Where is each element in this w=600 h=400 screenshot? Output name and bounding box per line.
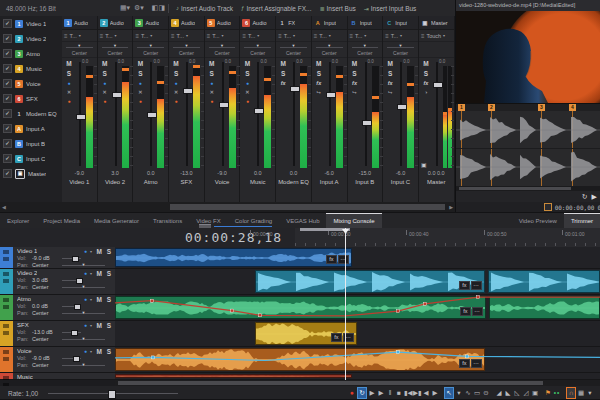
pan-thumb[interactable]: ▼ — [113, 43, 117, 48]
pan-thumb[interactable]: ▼ — [363, 43, 367, 48]
solo-button[interactable]: S — [281, 70, 285, 77]
fx-more-icon[interactable]: ⋯ — [338, 255, 350, 264]
transport-go-to-end-icon[interactable]: ▶▮ — [413, 388, 421, 398]
strip-pan[interactable]: ▼Center — [312, 42, 347, 58]
strip-pan[interactable]: ▼Center — [205, 42, 240, 58]
automation-dropdown-icon[interactable]: ▾ — [115, 33, 117, 38]
transport-lock-icon[interactable]: ▣ — [531, 388, 539, 398]
transport-tool-dropdown-icon[interactable]: ▾ — [455, 388, 463, 398]
playhead-cursor[interactable] — [345, 228, 346, 380]
automation-write-icon[interactable]: ● — [246, 80, 249, 86]
fader-thumb[interactable] — [433, 82, 443, 88]
automation-mode-value[interactable]: T... — [177, 33, 184, 39]
automation-mode-value[interactable]: T... — [70, 33, 77, 39]
track-pan-slider[interactable]: ▼ — [62, 339, 105, 340]
audio-event-clip[interactable]: fx⋯ — [255, 322, 357, 345]
automation-dropdown-icon[interactable]: ▾ — [79, 33, 81, 38]
channel-checkbox[interactable]: ✓ — [3, 139, 12, 148]
automation-dropdown-icon[interactable]: ▾ — [329, 33, 331, 38]
automation-write-icon[interactable]: ● — [175, 80, 178, 86]
record-arm-icon[interactable]: ● — [103, 98, 106, 104]
mute-button[interactable]: M — [387, 60, 392, 67]
dim-output-icon[interactable]: ◑ — [424, 89, 427, 95]
pan-thumb[interactable]: ▼ — [399, 43, 403, 48]
fx-label[interactable]: fx — [326, 255, 336, 264]
solo-button[interactable]: S — [174, 70, 178, 77]
pan-thumb[interactable]: ▼ — [149, 43, 153, 48]
transport-pause-icon[interactable]: ‖ — [386, 388, 394, 398]
track-lane[interactable]: fx⋯ — [115, 347, 600, 372]
fader-thumb[interactable] — [76, 114, 86, 120]
channel-checkbox[interactable]: ✓ — [3, 109, 12, 118]
mute-button[interactable]: M — [173, 60, 178, 67]
plugin-chain-icon[interactable]: ≡ — [135, 33, 139, 39]
scroll-right-icon[interactable]: ▶ — [449, 204, 453, 210]
channel-checkbox[interactable]: ✓ — [3, 34, 12, 43]
track-pan-value[interactable]: Center — [32, 310, 49, 316]
track-vol-slider[interactable] — [62, 306, 81, 307]
mute-button[interactable]: M — [423, 60, 428, 67]
input-monitor-icon[interactable]: ⮡ — [352, 89, 356, 96]
dock-tab-media-generator[interactable]: Media Generator — [87, 213, 146, 229]
channel-list-item-input-a[interactable]: ✓AInput A — [0, 121, 62, 136]
automation-mode-value[interactable]: T... — [319, 33, 326, 39]
track-name[interactable]: Voice — [17, 348, 32, 354]
record-arm-icon[interactable]: ● — [246, 98, 249, 104]
fader-track[interactable] — [79, 62, 81, 166]
strip-pan[interactable]: ▼Center — [383, 42, 418, 58]
trimmer-scrollbar-thumb[interactable] — [459, 187, 571, 190]
track-name[interactable]: Music — [17, 374, 33, 380]
plugin-chain-icon[interactable]: ≡ — [350, 33, 354, 39]
track-automation-dropdown-icon[interactable]: ▾ — [90, 323, 92, 328]
insert-button-insert-bus[interactable]: ≣Insert Bus — [315, 1, 359, 15]
track-name[interactable]: SFX — [17, 322, 29, 328]
insert-button-insert-input-bus[interactable]: ⇥Insert Input Bus — [360, 1, 421, 15]
channel-checkbox[interactable]: ✓ — [3, 169, 12, 178]
fader-thumb[interactable] — [397, 104, 407, 110]
mixer-hscrollbar[interactable]: ◀ ▶ — [0, 202, 455, 212]
fader-track[interactable] — [329, 62, 331, 166]
transport-record-icon[interactable]: ● — [348, 388, 356, 398]
automation-dropdown-icon[interactable]: ▾ — [443, 33, 445, 38]
automation-mode-value[interactable]: T... — [212, 33, 219, 39]
fx-bypass-icon[interactable]: ✕ — [103, 89, 107, 95]
transport-region-icon[interactable]: •• — [553, 388, 561, 398]
fader-thumb[interactable] — [183, 88, 193, 94]
dock-tab-explorer[interactable]: Explorer — [0, 213, 36, 229]
track-automation-icon[interactable]: ● — [84, 270, 87, 276]
track-pan-slider[interactable]: ▼ — [62, 265, 105, 266]
transport-selection-tool-icon[interactable]: ▭ — [473, 388, 481, 398]
fader-track[interactable] — [222, 62, 224, 166]
trimmer-loop-playback-icon[interactable]: ↻ — [582, 193, 588, 201]
channel-checkbox[interactable]: ✓ — [3, 64, 12, 73]
plugin-chain-icon[interactable]: ≡ — [100, 33, 104, 39]
input-monitor-icon[interactable]: ⮡ — [317, 89, 321, 96]
record-arm-icon[interactable]: ● — [67, 98, 70, 104]
timeline-hscrollbar-thumb[interactable] — [118, 381, 543, 385]
dock-tab-video-preview[interactable]: Video Preview — [512, 213, 564, 229]
audio-event-clip[interactable] — [115, 374, 352, 378]
track-solo-button[interactable]: S — [107, 248, 111, 255]
fx-bypass-icon[interactable]: ✕ — [174, 89, 178, 95]
automation-write-icon[interactable]: ● — [210, 80, 213, 86]
transport-grid-snap-icon[interactable]: ▦ — [577, 388, 585, 398]
track-pan-value[interactable]: Center — [32, 336, 49, 342]
track-solo-button[interactable]: S — [107, 322, 111, 329]
channel-checkbox[interactable]: ✓ — [3, 154, 12, 163]
strip-pan[interactable]: ▼Center — [348, 42, 383, 58]
automation-dropdown-icon[interactable]: ▾ — [364, 33, 366, 38]
track-pan-slider[interactable]: ▼ — [62, 313, 105, 314]
strip-pan[interactable]: ▼Center — [240, 42, 275, 58]
track-mute-button[interactable]: M — [97, 322, 102, 329]
downmix-output-icon[interactable]: ◧ — [152, 4, 159, 12]
fader-thumb[interactable] — [112, 92, 122, 98]
channel-checkbox[interactable]: ✓ — [3, 19, 12, 28]
automation-mode-value[interactable]: T... — [248, 33, 255, 39]
fader-track[interactable] — [436, 62, 438, 166]
channel-checkbox[interactable]: ✓ — [3, 94, 12, 103]
track-vol-slider-thumb[interactable] — [74, 304, 81, 310]
solo-button[interactable]: S — [424, 70, 428, 77]
track-automation-icon[interactable]: ● — [84, 248, 87, 254]
strip-pan[interactable]: ▼Center — [133, 42, 168, 58]
fader-thumb[interactable] — [219, 102, 229, 108]
